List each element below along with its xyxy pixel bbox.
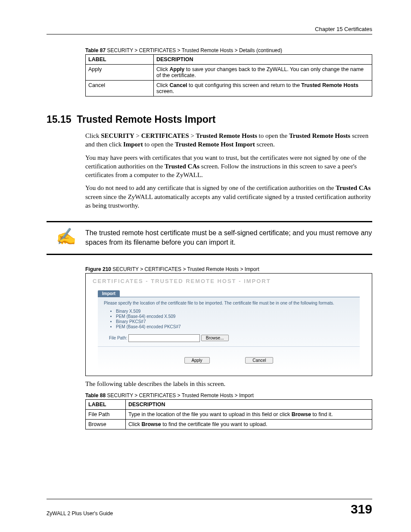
page-footer: ZyWALL 2 Plus User's Guide 319 xyxy=(47,499,372,516)
table88-r1-label: Browse xyxy=(86,420,126,429)
format-list: Binary X.509 PEM (Base-64) encoded X.509… xyxy=(116,309,354,329)
figure-caption-rest: SECURITY > CERTIFICATES > Trusted Remote… xyxy=(111,266,259,272)
para4: The following table describes the labels… xyxy=(85,380,372,388)
figure-caption-bold: Figure 210 xyxy=(85,266,111,272)
table-row: Cancel Click Cancel to quit configuring … xyxy=(86,81,372,96)
section-heading: 15.15 Trusted Remote Hosts Import xyxy=(47,114,372,125)
table87-header-desc: DESCRIPTION xyxy=(154,55,372,65)
panel-divider xyxy=(98,346,360,347)
apply-button[interactable]: Apply xyxy=(184,357,210,364)
para3: You do not need to add any certificate t… xyxy=(85,184,372,210)
note-icon: ✍ xyxy=(47,228,85,245)
list-item: PEM (Base-64) encoded PKCS#7 xyxy=(116,324,354,329)
table87: LABEL DESCRIPTION Apply Click Apply to s… xyxy=(85,54,372,96)
figure-caption: Figure 210 SECURITY > CERTIFICATES > Tru… xyxy=(85,266,372,272)
file-path-input[interactable] xyxy=(128,334,200,342)
footer-page-number: 319 xyxy=(351,502,372,516)
table87-r1-desc: Click Cancel to quit configuring this sc… xyxy=(154,81,372,96)
table88-r0-desc: Type in the location of the file you wan… xyxy=(126,410,372,420)
para2: You may have peers with certificates tha… xyxy=(85,153,372,180)
list-item: Binary X.509 xyxy=(116,309,354,314)
note-block: ✍ The trusted remote host certificate mu… xyxy=(47,221,372,255)
list-item: Binary PKCS#7 xyxy=(116,319,354,324)
table88-r0-label: File Path xyxy=(86,410,126,420)
note-text: The trusted remote host certificate must… xyxy=(85,228,372,248)
table88-caption-rest: SECURITY > CERTIFICATES > Trusted Remote… xyxy=(106,392,254,398)
table-row: File Path Type in the location of the fi… xyxy=(86,410,372,420)
import-tab[interactable]: Import xyxy=(98,290,120,297)
browse-button[interactable]: Browse... xyxy=(201,335,229,341)
footer-guide: ZyWALL 2 Plus User's Guide xyxy=(47,510,113,516)
import-instruction: Please specify the location of the certi… xyxy=(104,301,354,305)
table88-header-desc: DESCRIPTION xyxy=(126,400,372,410)
table87-r0-desc: Click Apply to save your changes back to… xyxy=(154,65,372,81)
table88-caption-bold: Table 88 xyxy=(85,392,106,398)
screenshot-title: CERTIFICATES - TRUSTED REMOTE HOST - IMP… xyxy=(93,278,367,284)
list-item: PEM (Base-64) encoded X.509 xyxy=(116,314,354,319)
para1: Click SECURITY > CERTIFICATES > Trusted … xyxy=(85,131,372,149)
import-screenshot: CERTIFICATES - TRUSTED REMOTE HOST - IMP… xyxy=(85,273,372,376)
chapter-label: Chapter 15 Certificates xyxy=(47,26,372,32)
table87-caption-rest: SECURITY > CERTIFICATES > Trusted Remote… xyxy=(106,47,282,53)
table-row: Apply Click Apply to save your changes b… xyxy=(86,65,372,81)
header-rule xyxy=(47,34,372,34)
file-path-label: File Path: xyxy=(109,335,127,340)
table87-caption: Table 87 SECURITY > CERTIFICATES > Trust… xyxy=(47,47,372,53)
table88-r1-desc: Click Browse to find the certificate fil… xyxy=(126,420,372,429)
table87-r1-label: Cancel xyxy=(86,81,154,96)
cancel-button[interactable]: Cancel xyxy=(245,357,273,364)
table87-r0-label: Apply xyxy=(86,65,154,81)
table87-header-label: LABEL xyxy=(86,55,154,65)
table88-caption: Table 88 SECURITY > CERTIFICATES > Trust… xyxy=(47,392,372,398)
table88: LABEL DESCRIPTION File Path Type in the … xyxy=(85,399,372,429)
table-row: Browse Click Browse to find the certific… xyxy=(86,420,372,429)
table88-header-label: LABEL xyxy=(86,400,126,410)
table87-caption-bold: Table 87 xyxy=(85,47,106,53)
